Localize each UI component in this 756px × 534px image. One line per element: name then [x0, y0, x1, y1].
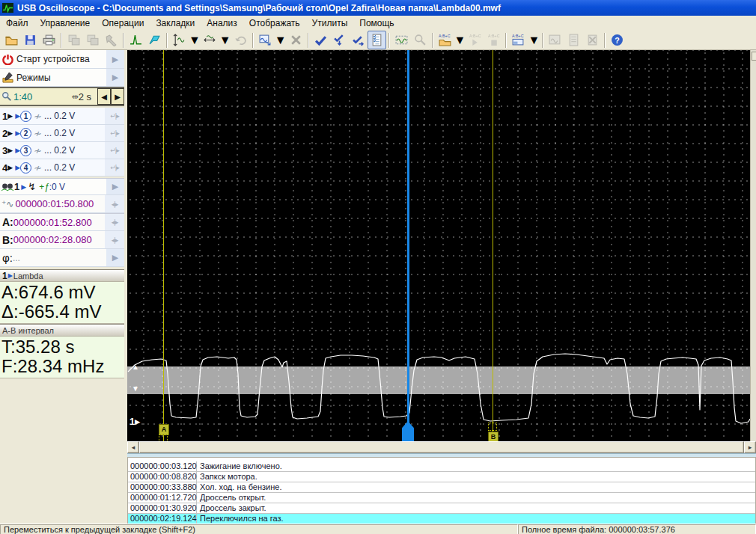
marker-icon[interactable]	[145, 31, 164, 49]
channel-scale-value[interactable]: ... 0.2 V	[44, 111, 75, 121]
lambda-panel-title: Lambda	[13, 271, 43, 280]
svg-text:A:B+C: A:B+C	[488, 34, 500, 38]
check-all-icon[interactable]	[349, 31, 368, 49]
cursor-a-line[interactable]	[163, 50, 164, 441]
log-row-1[interactable]: 000000:00:03.120Зажигание включено.	[128, 461, 755, 472]
position-step-arrows[interactable]: ◂|▸	[105, 195, 124, 212]
log-row-5[interactable]: 000000:01:30.920Дроссель закрыт.	[128, 503, 755, 514]
script-open-icon[interactable]: A:B+C	[436, 31, 454, 49]
menu-item-1[interactable]: Файл	[0, 16, 34, 30]
band-lower-arrow-icon[interactable]: ▼	[132, 385, 139, 393]
cursor-a-row[interactable]: A: 000000:01:52.800 ◂|▸	[0, 213, 124, 231]
channel-scale-value[interactable]: ... 0.2 V	[44, 128, 75, 138]
log-row-6[interactable]: 000000:02:19.124Переключился на газ.	[128, 514, 755, 524]
modes-icon	[0, 72, 13, 83]
start-device-expand-arrow[interactable]: ▶	[106, 50, 124, 68]
scale-right-button[interactable]: ▶	[111, 88, 124, 105]
channel-step-arrows[interactable]: ↵|▸	[105, 159, 124, 176]
cursor-a-flag[interactable]: A	[159, 424, 169, 435]
position-time-value[interactable]: 000000:01:50.800	[15, 198, 94, 209]
channel-1-row[interactable]: 1▶▶1≁... 0.2 V↵|▸	[0, 108, 124, 125]
selection-wave-icon[interactable]	[392, 31, 411, 49]
vertical-scale-icon[interactable]	[170, 31, 189, 49]
scroll-left-button[interactable]: ◂	[127, 441, 139, 453]
horizontal-scale-dropdown-arrow[interactable]: ▼	[219, 34, 231, 47]
help-icon[interactable]: ?	[608, 31, 627, 49]
lambda-arrow-icon: ▶	[8, 272, 13, 279]
script-open-dropdown-arrow[interactable]: ▼	[454, 34, 466, 47]
band-upper-arrow-icon[interactable]: ▲	[132, 363, 139, 371]
channel-circle-number: 4	[20, 162, 31, 174]
position-row[interactable]: ⁺∿ 000000:01:50.800 ◂|▸	[0, 195, 124, 213]
check-next-icon[interactable]	[330, 31, 349, 49]
menu-item-8[interactable]: Помощь	[353, 16, 400, 30]
trigger-level-prefix: +ƒ	[39, 182, 49, 192]
save-file-icon[interactable]	[21, 31, 40, 49]
modes-row[interactable]: Режимы ▶	[0, 69, 124, 87]
toolbar-separator	[432, 33, 433, 48]
phase-expand-arrow[interactable]: ▶	[106, 249, 124, 266]
channel-3-row[interactable]: 3▶▶3≁... 0.2 V↵|▸	[0, 142, 124, 159]
channel-arrow-icon: ▶	[7, 164, 13, 171]
channel-step-arrows[interactable]: ↵|▸	[105, 125, 124, 141]
channel-step-arrows[interactable]: ↵|▸	[105, 142, 124, 159]
copy-image-icon	[64, 31, 83, 49]
cursor-b-row[interactable]: B: 000000:02:28.080 ◂|▸	[0, 231, 124, 249]
binoculars-icon	[0, 182, 13, 192]
impulse-view-icon[interactable]	[126, 31, 145, 49]
log-row-3[interactable]: 000000:00:33.880Хол. ход. на бензине.	[128, 482, 755, 493]
channel-circle-number: 1	[20, 111, 31, 122]
trigger-expand-arrow[interactable]: ▶	[106, 179, 124, 194]
channel-scale-value[interactable]: ... 0.2 V	[44, 145, 75, 156]
title-bar[interactable]: USB Oscilloscope - C:\Documents and Sett…	[0, 0, 756, 16]
start-device-row[interactable]: Старт устройства ▶	[0, 50, 124, 69]
bookmark-list-icon[interactable]	[368, 31, 386, 49]
channel-2-row[interactable]: 2▶▶2≁... 0.2 V↵|▸	[0, 125, 124, 142]
view-mode-dropdown-arrow[interactable]: ▼	[275, 34, 287, 47]
scrollbar-thumb[interactable]	[139, 441, 744, 453]
open-file-icon[interactable]	[2, 31, 21, 49]
vertical-scale-dropdown-arrow[interactable]: ▼	[189, 34, 201, 47]
channel-step-arrows[interactable]: ↵|▸	[105, 108, 124, 124]
menu-item-6[interactable]: Отображать	[243, 16, 306, 30]
horizontal-scrollbar[interactable]: ◂ ▸	[127, 441, 756, 453]
trigger-row[interactable]: 1 ▶ ↯ +ƒ :0 V ▶	[0, 178, 124, 195]
menu-item-2[interactable]: Управление	[34, 16, 97, 30]
time-per-div-value[interactable]: 2 s	[79, 91, 91, 102]
scroll-right-button[interactable]: ▸	[744, 441, 756, 453]
cursor-b-flag[interactable]: B	[488, 432, 499, 441]
menu-item-5[interactable]: Анализ	[201, 16, 243, 30]
view-mode-icon[interactable]	[256, 31, 275, 49]
print-icon[interactable]	[40, 31, 58, 49]
menu-item-7[interactable]: Утилиты	[306, 16, 354, 30]
modes-expand-arrow[interactable]: ▶	[106, 69, 124, 86]
phase-value: ...	[13, 253, 20, 263]
cursor-a-step-arrows[interactable]: ◂|▸	[105, 214, 124, 230]
phase-row[interactable]: φ: ... ▶	[0, 249, 124, 267]
script-panel-icon[interactable]: A:B+C	[509, 31, 528, 49]
window-title: USB Oscilloscope - C:\Documents and Sett…	[17, 3, 501, 13]
channel-scale-value[interactable]: ... 0.2 V	[44, 162, 75, 173]
vertical-scrollbar-knob[interactable]	[752, 52, 756, 61]
cursor-b-line[interactable]	[493, 50, 493, 441]
start-device-label: Старт устройства	[13, 54, 106, 64]
zoom-ratio-value[interactable]: 1:40	[13, 91, 32, 102]
cursor-b-step-arrows[interactable]: ◂|▸	[105, 231, 124, 248]
channel-number: 1	[0, 111, 7, 122]
lambda-a-value: A:674.6 mV	[1, 283, 124, 302]
vertical-scrollbar[interactable]	[750, 50, 756, 441]
log-row-2[interactable]: 000000:00:08.820Запкск мотора.	[128, 472, 755, 482]
log-row-4[interactable]: 000000:01:12.720Дроссель открыт.	[128, 493, 755, 503]
cursor-b-time-value[interactable]: 000000:02:28.080	[13, 234, 92, 245]
cursor-a-time-value[interactable]: 000000:01:52.800	[13, 217, 92, 228]
position-cursor-line[interactable]	[407, 50, 409, 441]
scale-left-button[interactable]: ◀	[97, 88, 111, 105]
check-icon[interactable]	[311, 31, 330, 49]
horizontal-scale-icon[interactable]	[201, 31, 219, 49]
oscilloscope-display[interactable]: A B 1▸ ▲ ▼	[127, 50, 750, 441]
channel-4-row[interactable]: 4▶▶4≁... 0.2 V↵|▸	[0, 159, 124, 177]
menu-item-3[interactable]: Операции	[96, 16, 150, 30]
trigger-channel: 1	[14, 181, 19, 192]
menu-item-4[interactable]: Закладки	[150, 16, 201, 30]
script-panel-dropdown-arrow[interactable]: ▼	[528, 34, 540, 47]
